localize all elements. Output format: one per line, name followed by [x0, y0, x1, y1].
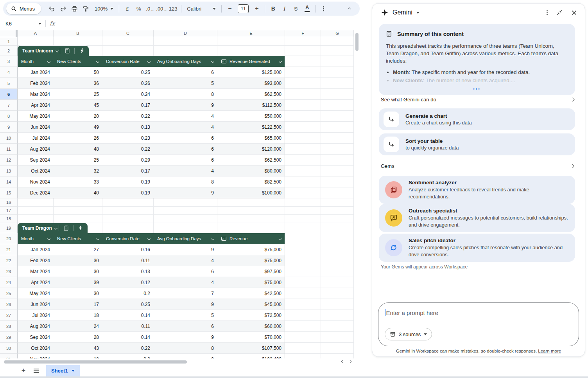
- cell[interactable]: 26: [54, 133, 102, 143]
- cell[interactable]: 36: [54, 78, 102, 88]
- cell[interactable]: Apr 2024: [18, 100, 54, 110]
- cell[interactable]: 27: [54, 244, 102, 255]
- row-header-10[interactable]: 10: [0, 133, 18, 144]
- cell[interactable]: $82,500: [217, 176, 285, 187]
- cell[interactable]: 4: [154, 166, 217, 176]
- more-formats-button[interactable]: 123: [168, 4, 178, 14]
- cell[interactable]: 9: [154, 332, 217, 342]
- scroll-left-icon[interactable]: [341, 360, 344, 363]
- cell[interactable]: Apr 2024: [18, 277, 54, 288]
- cell[interactable]: 40: [54, 187, 102, 198]
- row-header-19[interactable]: 19: [0, 223, 18, 233]
- table-column-header[interactable]: Revenue: [217, 233, 285, 244]
- cell[interactable]: Sep 2024: [18, 332, 54, 342]
- cell[interactable]: 0.14: [102, 332, 154, 342]
- cell[interactable]: 0.19: [102, 176, 154, 187]
- cell[interactable]: 0.29: [102, 155, 154, 165]
- cell[interactable]: 0.11: [102, 321, 154, 331]
- cell[interactable]: 18: [54, 310, 102, 320]
- cell[interactable]: 0.22: [102, 144, 154, 154]
- column-header-E[interactable]: E: [217, 30, 285, 37]
- learn-more-link[interactable]: Learn more: [538, 349, 561, 353]
- table-tab-team-dragon[interactable]: Team Dragon: [18, 223, 88, 233]
- cell[interactable]: Jul 2024: [18, 310, 54, 320]
- row-header-16[interactable]: 16: [0, 198, 18, 207]
- cell[interactable]: Jun 2024: [18, 122, 54, 132]
- row-header-28[interactable]: 28: [0, 321, 18, 332]
- cell[interactable]: 49: [54, 122, 102, 132]
- cell[interactable]: Feb 2024: [18, 78, 54, 88]
- all-sheets-button[interactable]: [30, 365, 42, 376]
- cell[interactable]: 7: [154, 288, 217, 299]
- table-column-header[interactable]: Avg Onboarding Days: [154, 56, 217, 67]
- horizontal-scrollbar-thumb[interactable]: [4, 360, 187, 364]
- lightning-icon[interactable]: [76, 46, 87, 56]
- bold-button[interactable]: B: [268, 4, 278, 14]
- row-header-13[interactable]: 13: [0, 166, 18, 176]
- cell[interactable]: $75,000: [217, 277, 285, 288]
- decrease-decimal-button[interactable]: .0←: [145, 4, 155, 14]
- cell[interactable]: Mar 2024: [18, 89, 54, 99]
- text-color-button[interactable]: A: [302, 4, 312, 14]
- gem-outreach-specialist[interactable]: Outreach specialist Craft personalized m…: [379, 204, 575, 232]
- name-box[interactable]: K6: [0, 21, 41, 27]
- cell[interactable]: $80,000: [217, 166, 285, 176]
- table-column-header[interactable]: New Clients: [54, 56, 102, 67]
- sheet-tab-sheet1[interactable]: Sheet1: [46, 365, 80, 376]
- column-header-C[interactable]: C: [102, 30, 154, 37]
- expand-summary-button[interactable]: •••: [386, 87, 568, 91]
- suggestion-sort-table[interactable]: Sort your table to quickly organize data: [379, 133, 575, 155]
- cell[interactable]: 50: [54, 67, 102, 77]
- cell[interactable]: 9: [154, 244, 217, 255]
- select-all-corner[interactable]: [0, 30, 18, 37]
- row-header-29[interactable]: 29: [0, 332, 18, 343]
- cell[interactable]: 9: [154, 187, 217, 198]
- increase-font-size-button[interactable]: +: [251, 4, 262, 14]
- cell[interactable]: Aug 2024: [18, 321, 54, 331]
- row-header-15[interactable]: 15: [0, 187, 18, 198]
- row-header-27[interactable]: 27: [0, 310, 18, 321]
- column-header-B[interactable]: B: [54, 30, 102, 37]
- row-header-23[interactable]: 23: [0, 266, 18, 277]
- cell[interactable]: Aug 2024: [18, 144, 54, 154]
- cell[interactable]: $70,000: [217, 332, 285, 342]
- calculator-icon[interactable]: [61, 223, 72, 233]
- cell[interactable]: 0.13: [102, 122, 154, 132]
- cell[interactable]: May 2024: [18, 111, 54, 121]
- cell[interactable]: $107,500: [217, 343, 285, 353]
- cell[interactable]: 0.2: [102, 288, 154, 299]
- row-header-8[interactable]: 8: [0, 111, 18, 122]
- vertical-scrollbar-thumb[interactable]: [355, 33, 359, 51]
- chevron-down-icon[interactable]: [416, 12, 419, 14]
- currency-format-button[interactable]: £: [122, 4, 133, 14]
- cell[interactable]: $120,000: [217, 144, 285, 154]
- cell[interactable]: Jan 2024: [18, 67, 54, 77]
- menus-button[interactable]: Menus: [6, 3, 41, 14]
- italic-button[interactable]: I: [279, 4, 290, 14]
- cell[interactable]: 30: [54, 288, 102, 299]
- cell[interactable]: 33: [54, 176, 102, 187]
- table-column-header[interactable]: Month: [18, 233, 54, 244]
- row-header-25[interactable]: 25: [0, 288, 18, 299]
- row-header-30[interactable]: 30: [0, 343, 18, 354]
- gems-link[interactable]: Gems: [381, 163, 574, 169]
- cell[interactable]: 30: [54, 255, 102, 266]
- row-header-6[interactable]: 6: [0, 89, 18, 100]
- table-column-header[interactable]: New Clients: [54, 233, 102, 244]
- row-header-17[interactable]: 17: [0, 207, 18, 215]
- cell[interactable]: $112,500: [217, 100, 285, 110]
- cell[interactable]: 6: [154, 266, 217, 277]
- gem-sales-pitch-ideator[interactable]: Sales pitch ideator Create compelling sa…: [379, 234, 575, 262]
- row-header-3[interactable]: 3: [0, 56, 18, 67]
- cell[interactable]: 9: [154, 299, 217, 310]
- table-column-header[interactable]: Conversion Rate: [102, 56, 154, 67]
- cell[interactable]: 6: [154, 144, 217, 154]
- table-column-header[interactable]: Conversion Rate: [102, 233, 154, 244]
- print-button[interactable]: [69, 4, 80, 14]
- cell[interactable]: $45,000: [217, 299, 285, 310]
- cell[interactable]: 17: [54, 299, 102, 310]
- cell[interactable]: $60,000: [217, 321, 285, 331]
- cell[interactable]: 0.22: [102, 343, 154, 353]
- cell[interactable]: 5: [154, 78, 217, 88]
- cell[interactable]: 48: [54, 144, 102, 154]
